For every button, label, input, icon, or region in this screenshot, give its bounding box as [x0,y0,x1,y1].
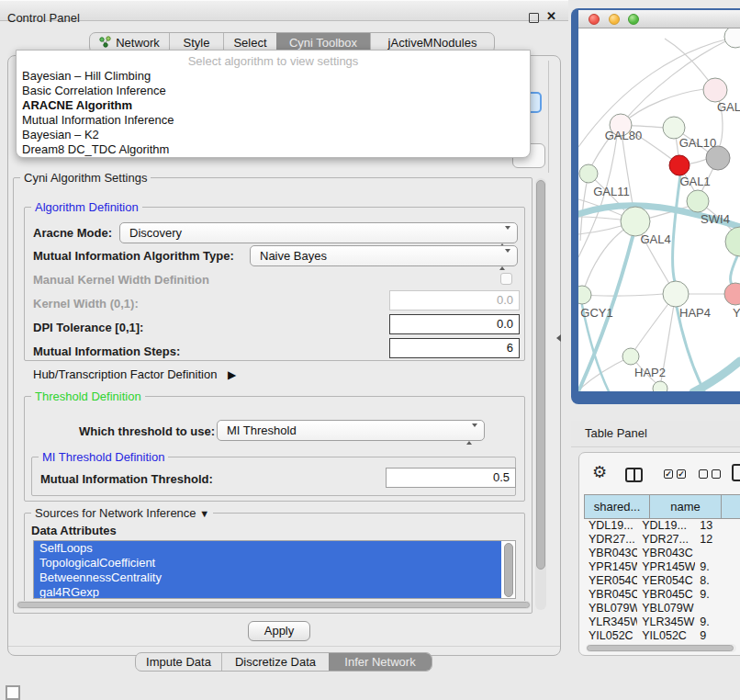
data-attributes-list: SelfLoopsTopologicalCoefficientBetweenne… [33,540,516,599]
attribute-item[interactable]: gal4RGexp [34,585,501,599]
table-cell: YPR145W [584,560,637,574]
table-row[interactable]: YER054CYER054C8. [584,574,740,588]
document-icon[interactable] [732,464,740,481]
spinner-arrows-icon [466,424,477,444]
table-cell: YBR043C [637,547,695,560]
node-label: GAL80 [605,129,642,142]
columns-icon[interactable] [625,468,643,482]
unchecked-checkbox-icon[interactable] [699,469,708,479]
column-header[interactable]: shared... [584,494,650,519]
table-cell: 9. [695,588,740,602]
checked-checkbox-icon[interactable]: ✓ [664,469,673,479]
mi-type-select[interactable]: Naive Bayes [250,245,518,266]
attribute-item[interactable]: TopologicalCoefficient [34,556,501,570]
expanded-arrow-icon: ▼ [199,508,209,519]
table-cell: YIL052C [584,629,637,639]
node-label: HAP4 [679,306,711,320]
mi-type-value: Naive Bayes [260,249,327,263]
which-threshold-select[interactable]: MI Threshold [217,420,485,441]
aracne-mode-label: Aracne Mode: [33,226,112,240]
aracne-mode-value: Discovery [129,226,182,240]
table-horizontal-scrollbar[interactable] [586,644,736,652]
tab-label: Discretize Data [235,655,316,669]
tab-impute-data[interactable]: Impute Data [136,653,221,671]
table-row[interactable]: YBR045CYBR045C9. [584,588,740,602]
apply-button[interactable]: Apply [248,621,310,641]
table-cell: YDR27... [637,533,695,547]
table-row[interactable]: YDL19...YDL19...13 [584,519,740,533]
table-row[interactable]: YLR345WYLR345W9. [584,615,740,629]
manual-kernel-checkbox[interactable] [500,273,512,285]
attribute-item[interactable]: SelfLoops [34,541,501,556]
window-minimize-traffic-light[interactable] [609,14,620,25]
table-cell: YBR045C [584,588,637,602]
network-node[interactable] [653,381,667,391]
network-edges-highlighted [578,175,740,391]
column-header[interactable]: A [722,494,740,519]
table-cell: 9. [695,615,740,629]
node-label: GCY1 [580,306,612,320]
table-cell: YBR043C [584,547,637,560]
dpi-tolerance-field[interactable]: 0.0 [389,314,520,334]
minimized-panel-grip[interactable] [6,685,20,700]
gear-icon[interactable]: ⚙ [592,464,607,480]
algorithm-option[interactable]: Mutual Information Inference [20,113,526,128]
network-node[interactable] [703,78,727,102]
table-row[interactable]: YIL052CYIL052C9 [584,629,740,639]
algorithm-option[interactable]: Bayesian – K2 [20,128,526,142]
network-node[interactable] [669,155,690,175]
settings-vertical-scrollbar[interactable] [535,178,546,610]
network-node[interactable] [622,348,639,365]
algorithm-option[interactable]: Bayesian – Hill Climbing [20,69,526,84]
network-view-canvas[interactable]: GALGAL80GAL10GAL1GAL11SWI4GAL4GCY1HAP4YH… [578,28,740,391]
kernel-width-field[interactable]: 0.0 [389,290,520,310]
attribute-item[interactable]: BetweennessCentrality [34,570,501,585]
panel-divider [8,646,560,647]
network-node[interactable] [724,283,740,305]
hub-section-label: Hub/Transcription Factor Definition [33,367,217,381]
table-row[interactable]: YPR145WYPR145W9. [584,560,740,574]
network-window-titlebar[interactable] [578,10,740,28]
table-cell: YER054C [637,574,695,588]
table-cell: YER054C [584,574,637,588]
close-panel-icon[interactable]: ✕ [546,9,556,23]
network-node[interactable] [687,190,709,212]
which-threshold-label: Which threshold to use: [79,424,215,438]
settings-horizontal-scrollbar[interactable] [17,601,531,609]
table-cell [695,602,740,615]
tab-discretize-data[interactable]: Discretize Data [221,653,329,671]
dpi-tolerance-label: DPI Tolerance [0,1]: [33,321,143,334]
mi-steps-field[interactable]: 6 [389,338,520,358]
network-node[interactable] [663,281,689,307]
panel-splitter-arrow-icon[interactable] [556,334,561,342]
aracne-mode-select[interactable]: Discovery [119,222,518,243]
network-node[interactable] [578,286,591,304]
table-cell: 9. [695,560,740,574]
table-row[interactable]: YBL079WYBL079W [584,602,740,615]
sources-legend[interactable]: Sources for Network Inference ▼ [31,506,213,520]
tab-label: Infer Network [344,655,415,669]
table-cell: YBL079W [637,602,695,615]
cyni-settings-legend: Cyni Algorithm Settings [20,171,151,185]
network-node[interactable] [579,164,598,183]
checked-checkbox-icon[interactable]: ✓ [677,469,686,479]
network-node[interactable] [724,28,740,48]
mi-steps-label: Mutual Information Steps: [33,344,180,358]
window-close-traffic-light[interactable] [589,14,600,25]
unchecked-checkbox-icon[interactable] [712,469,721,479]
attributes-list-scrollbar[interactable] [504,543,513,597]
mi-threshold-field[interactable]: 0.5 [386,468,516,488]
algorithm-option[interactable]: Dream8 DC_TDC Algorithm [20,142,526,157]
column-header[interactable]: name [650,494,722,519]
network-node[interactable] [725,227,740,256]
table-row[interactable]: YBR043CYBR043C [584,547,740,560]
node-label: GAL4 [640,232,670,246]
float-panel-icon[interactable] [529,13,539,23]
algorithm-option[interactable]: Basic Correlation Inference [20,84,526,98]
table-row[interactable]: YDR27...YDR27...12 [584,533,740,547]
algorithm-option[interactable]: ARACNE Algorithm [20,98,526,113]
bottom-tabbar: Impute DataDiscretize DataInfer Network [135,652,432,672]
hub-section-toggle[interactable]: Hub/Transcription Factor Definition ▶ [33,367,236,381]
window-zoom-traffic-light[interactable] [628,14,639,25]
tab-infer-network[interactable]: Infer Network [329,653,432,671]
